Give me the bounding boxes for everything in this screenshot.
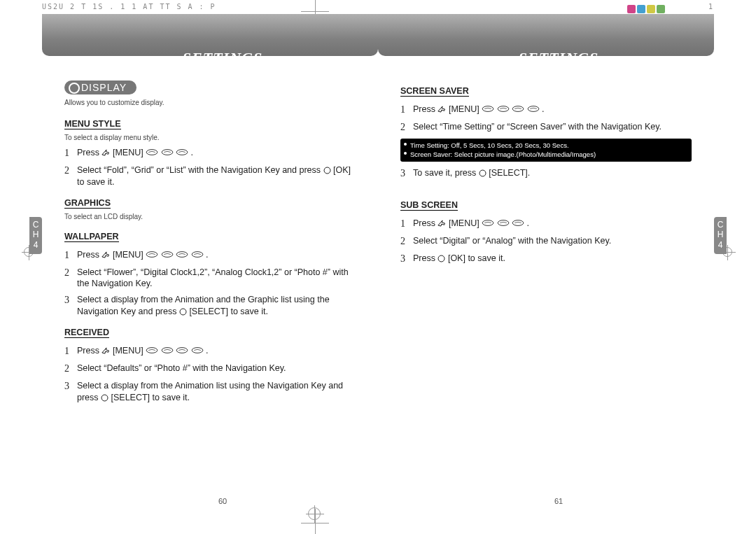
display-badge: DISPLAY xyxy=(64,80,136,94)
file-code-header: US2U 2 T 1S . 1 1 AT TT S A : P 1 xyxy=(42,3,714,10)
step-text: Press [MENU] . xyxy=(413,218,692,231)
step-number: 2 xyxy=(400,235,413,248)
page-number-right: 61 xyxy=(391,497,727,505)
step-number: 1 xyxy=(64,147,77,160)
screen-saver-note: Time Setting: Off, 5 Secs, 10 Secs, 20 S… xyxy=(400,139,692,162)
step: 3 Select a display from the Animation li… xyxy=(64,380,356,404)
wallpaper-steps: 1 Press [MENU] . 2 Select “Flower”, “Dig… xyxy=(64,249,356,318)
key-icon xyxy=(161,346,174,354)
select-key-icon xyxy=(438,255,445,262)
key-icon xyxy=(512,219,524,227)
step-text: To save it, press [SELECT]. xyxy=(413,167,692,181)
step: 3 To save it, press [SELECT]. xyxy=(400,167,692,181)
step: 2 Select “Digital” or “Analog” with the … xyxy=(400,235,692,248)
page-right-content: SCREEN SAVER 1 Press [MENU] . 2 Select “… xyxy=(400,80,692,489)
key-icon xyxy=(161,251,174,258)
sub-screen-steps: 1 Press [MENU] . 2 Select “Digital” or “… xyxy=(400,218,692,266)
menu-arrow-icon xyxy=(102,251,110,259)
step-number: 2 xyxy=(400,121,413,134)
section-wallpaper: WALLPAPER xyxy=(64,232,119,242)
step-text: Select “Fold”, “Grid” or “List” with the… xyxy=(77,164,356,188)
key-icon xyxy=(191,251,204,258)
step-text: Select a display from the Animation and … xyxy=(77,294,356,318)
screen-saver-steps-a: 1 Press [MENU] . 2 Select “Time Setting”… xyxy=(400,104,692,134)
bullet-icon xyxy=(404,143,407,146)
step-number: 3 xyxy=(64,380,77,404)
section-screen-saver: SCREEN SAVER xyxy=(400,86,469,97)
page-left-content: DISPLAY Allows you to customize display.… xyxy=(64,80,356,489)
step: 1 Press [MENU] . xyxy=(64,345,356,358)
step-number: 3 xyxy=(64,294,77,318)
file-code: US2U 2 T 1S . 1 1 AT TT S A : P xyxy=(42,3,216,10)
step-number: 1 xyxy=(400,104,413,117)
step-text: Press [MENU] . xyxy=(77,345,356,358)
menu-style-note: To select a display menu style. xyxy=(64,134,356,141)
step: 3 Select a display from the Animation an… xyxy=(64,294,356,318)
step: 2 Select “Defaults” or “Photo #” with th… xyxy=(64,363,356,376)
step: 2 Select “Fold”, “Grid” or “List” with t… xyxy=(64,164,356,188)
step: 2 Select “Time Setting” or “Screen Saver… xyxy=(400,121,692,134)
page-right: SETTINGS C H 4 SCREEN SAVER 1 Press [MEN… xyxy=(378,35,714,510)
key-icon xyxy=(146,251,158,258)
menu-arrow-icon xyxy=(438,219,446,227)
screen-saver-steps-b: 3 To save it, press [SELECT]. xyxy=(400,167,692,181)
key-icon xyxy=(176,346,188,354)
section-sub-screen: SUB SCREEN xyxy=(400,200,458,211)
step: 2 Select “Flower”, “Digital Clock1,2”, “… xyxy=(64,267,356,290)
key-icon xyxy=(482,105,494,113)
bullet-icon xyxy=(404,152,407,155)
page-left: SETTINGS C H 4 DISPLAY Allows you to cus… xyxy=(42,35,378,510)
page-title: SETTINGS xyxy=(391,49,727,67)
select-key-icon xyxy=(179,308,187,316)
section-received: RECEIVED xyxy=(64,328,109,338)
key-icon xyxy=(146,148,158,156)
page-title: SETTINGS xyxy=(55,49,391,67)
key-icon xyxy=(176,251,188,258)
select-key-icon xyxy=(479,169,486,177)
received-steps: 1 Press [MENU] . 2 Select “Defaults” or … xyxy=(64,345,356,404)
select-key-icon xyxy=(323,167,331,174)
step-text: Press [MENU] . xyxy=(77,249,356,262)
step-number: 1 xyxy=(400,218,413,231)
step: 1 Press [MENU] . xyxy=(400,218,692,231)
spread: SETTINGS C H 4 DISPLAY Allows you to cus… xyxy=(42,35,714,510)
key-icon xyxy=(527,105,540,113)
step-text: Press [MENU] . xyxy=(77,147,356,160)
chapter-tab: C H 4 xyxy=(29,217,42,254)
step-number: 3 xyxy=(400,253,413,266)
step-text: Select “Defaults” or “Photo #” with the … xyxy=(77,363,356,376)
step-number: 1 xyxy=(64,249,77,262)
step-number: 3 xyxy=(400,167,413,181)
step-number: 1 xyxy=(64,345,77,358)
note-line: Screen Saver: Select picture image.(Phot… xyxy=(410,150,687,160)
section-graphics: GRAPHICS xyxy=(64,198,111,209)
graphics-note: To select an LCD display. xyxy=(64,213,356,220)
menu-style-steps: 1 Press [MENU] . 2 Select “Fold”, “Grid”… xyxy=(64,147,356,188)
key-icon xyxy=(191,346,204,354)
step-number: 2 xyxy=(64,363,77,376)
menu-arrow-icon xyxy=(438,105,446,113)
display-intro: Allows you to customize display. xyxy=(64,99,356,106)
key-icon xyxy=(176,148,188,156)
step: 1 Press [MENU] . xyxy=(400,104,692,117)
page-number-left: 60 xyxy=(55,497,391,505)
step-text: Select “Digital” or “Analog” with the Na… xyxy=(413,235,692,248)
top-right-number: 1 xyxy=(708,3,714,10)
step-text: Select a display from the Animation list… xyxy=(77,380,356,404)
section-menu-style: MENU STYLE xyxy=(64,119,121,129)
key-icon xyxy=(497,219,510,227)
step-text: Press [OK] to save it. xyxy=(413,253,692,266)
key-icon xyxy=(497,105,510,113)
key-icon xyxy=(512,105,524,113)
key-icon xyxy=(161,148,174,156)
step-number: 2 xyxy=(64,164,77,188)
key-icon xyxy=(146,346,158,354)
step: 3 Press [OK] to save it. xyxy=(400,253,692,266)
step-number: 2 xyxy=(64,267,77,290)
step: 1 Press [MENU] . xyxy=(64,147,356,160)
menu-arrow-icon xyxy=(102,148,110,157)
step-text: Select “Flower”, “Digital Clock1,2”, “An… xyxy=(77,267,356,290)
key-icon xyxy=(482,219,494,227)
select-key-icon xyxy=(101,394,108,402)
menu-arrow-icon xyxy=(102,346,110,355)
